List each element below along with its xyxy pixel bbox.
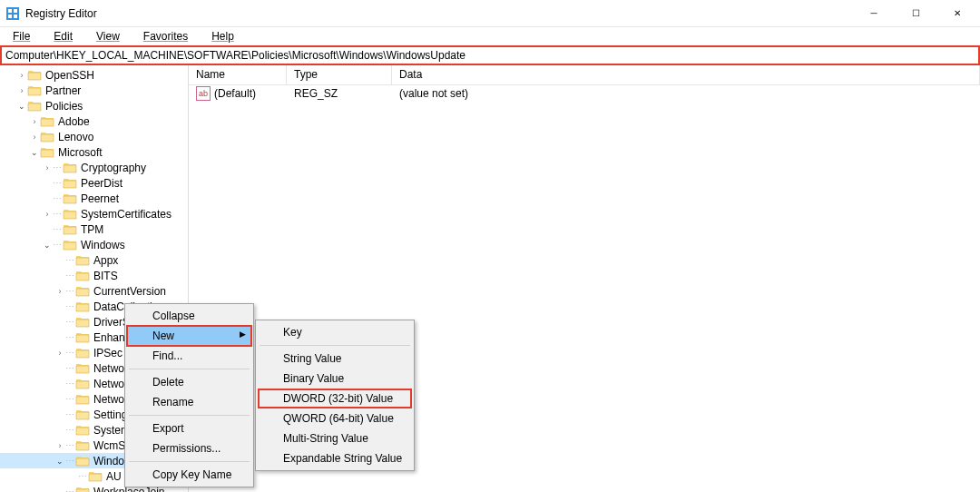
header-data[interactable]: Data bbox=[392, 65, 980, 84]
expand-arrow-icon[interactable]: ⌄ bbox=[42, 241, 53, 250]
tree-item-label: IPSec bbox=[93, 347, 122, 359]
expand-arrow-icon[interactable]: ⌄ bbox=[29, 148, 40, 157]
tree-item-label: BITS bbox=[93, 270, 118, 282]
menu-separator bbox=[129, 415, 250, 416]
folder-icon bbox=[27, 69, 42, 81]
tree-item[interactable]: ⌄Policies bbox=[0, 98, 188, 113]
menu-favorites[interactable]: Favorites bbox=[132, 28, 199, 44]
menu-item[interactable]: New▶ bbox=[127, 326, 251, 346]
value-row[interactable]: ab (Default) REG_SZ (value not set) bbox=[189, 85, 980, 102]
tree-item-label: PeerDist bbox=[81, 177, 122, 190]
tree-item-label: CurrentVersion bbox=[93, 285, 166, 298]
menu-item[interactable]: Expandable String Value bbox=[258, 448, 412, 468]
folder-icon bbox=[75, 285, 90, 297]
folder-icon bbox=[63, 208, 77, 220]
tree-item[interactable]: ›⋯Cryptography bbox=[0, 160, 188, 175]
expand-arrow-icon[interactable]: › bbox=[42, 210, 53, 219]
folder-icon bbox=[75, 393, 90, 405]
tree-item-label: OpenSSH bbox=[45, 69, 94, 82]
folder-icon bbox=[88, 470, 103, 482]
menu-separator bbox=[260, 345, 410, 346]
menu-item[interactable]: Rename bbox=[127, 392, 251, 412]
tree-item-label: TPM bbox=[81, 223, 103, 236]
menu-item[interactable]: Collapse bbox=[127, 306, 251, 326]
folder-icon bbox=[75, 378, 90, 389]
context-submenu-new: KeyString ValueBinary ValueDWORD (32-bit… bbox=[255, 320, 415, 471]
svg-rect-1 bbox=[8, 9, 12, 13]
menu-item[interactable]: Permissions... bbox=[127, 438, 251, 458]
menu-item[interactable]: QWORD (64-bit) Value bbox=[258, 408, 412, 428]
folder-icon bbox=[27, 100, 42, 112]
menu-edit[interactable]: Edit bbox=[43, 28, 83, 44]
svg-rect-3 bbox=[8, 15, 12, 18]
header-name[interactable]: Name bbox=[189, 65, 287, 84]
app-icon bbox=[5, 6, 20, 21]
folder-icon bbox=[40, 131, 54, 143]
string-value-icon: ab bbox=[196, 86, 211, 101]
expand-arrow-icon[interactable]: › bbox=[54, 441, 65, 450]
menu-item[interactable]: Multi-String Value bbox=[258, 428, 412, 448]
expand-arrow-icon[interactable]: › bbox=[42, 163, 53, 172]
tree-item[interactable]: ›OpenSSH bbox=[0, 67, 188, 83]
expand-arrow-icon[interactable]: › bbox=[54, 349, 65, 358]
tree-item[interactable]: ⋯PeerDist bbox=[0, 175, 188, 191]
folder-icon bbox=[75, 254, 90, 266]
folder-icon bbox=[75, 316, 90, 328]
addressbar[interactable]: Computer\HKEY_LOCAL_MACHINE\SOFTWARE\Pol… bbox=[0, 45, 980, 65]
tree-item[interactable]: ⋯BITS bbox=[0, 268, 188, 283]
folder-icon bbox=[75, 486, 90, 492]
folder-icon bbox=[63, 162, 77, 173]
tree-item-label: Adobe bbox=[58, 115, 90, 128]
menu-view[interactable]: View bbox=[85, 28, 131, 44]
values-header: Name Type Data bbox=[189, 65, 980, 85]
expand-arrow-icon[interactable]: › bbox=[16, 71, 27, 80]
menu-item[interactable]: Copy Key Name bbox=[127, 465, 251, 485]
menu-item[interactable]: Key bbox=[258, 322, 412, 342]
menu-item[interactable]: Binary Value bbox=[258, 369, 412, 389]
menu-item[interactable]: DWORD (32-bit) Value bbox=[258, 389, 412, 408]
tree-item[interactable]: ⋯TPM bbox=[0, 221, 188, 237]
expand-arrow-icon[interactable]: › bbox=[54, 287, 65, 296]
folder-icon bbox=[75, 455, 90, 467]
tree-item[interactable]: ›⋯CurrentVersion bbox=[0, 283, 188, 299]
header-type[interactable]: Type bbox=[287, 65, 392, 84]
addressbar-row: Computer\HKEY_LOCAL_MACHINE\SOFTWARE\Pol… bbox=[0, 45, 980, 65]
folder-icon bbox=[75, 270, 90, 281]
folder-icon bbox=[63, 223, 77, 235]
folder-icon bbox=[75, 300, 90, 312]
tree-item-label: Partner bbox=[45, 84, 81, 97]
menu-item[interactable]: Delete bbox=[127, 372, 251, 392]
folder-icon bbox=[75, 424, 90, 436]
maximize-button[interactable]: ☐ bbox=[895, 0, 936, 27]
expand-arrow-icon[interactable]: › bbox=[29, 133, 40, 142]
svg-rect-2 bbox=[14, 9, 17, 13]
expand-arrow-icon[interactable]: › bbox=[16, 86, 27, 95]
tree-item-label: SystemCertificates bbox=[81, 208, 172, 221]
minimize-button[interactable]: ─ bbox=[853, 0, 895, 27]
folder-icon bbox=[63, 177, 77, 189]
menu-item[interactable]: Export bbox=[127, 418, 251, 438]
tree-item-label: AU bbox=[106, 470, 122, 483]
folder-icon bbox=[75, 439, 90, 451]
menu-help[interactable]: Help bbox=[201, 28, 245, 44]
tree-item-label: Lenovo bbox=[58, 131, 93, 143]
expand-arrow-icon[interactable]: ⌄ bbox=[16, 102, 27, 111]
tree-item[interactable]: ⋯Appx bbox=[0, 252, 188, 268]
close-button[interactable]: ✕ bbox=[936, 0, 978, 27]
tree-item[interactable]: ›Adobe bbox=[0, 113, 188, 129]
tree-item[interactable]: ⌄⋯Windows bbox=[0, 237, 188, 252]
menubar: File Edit View Favorites Help bbox=[0, 27, 980, 45]
menu-item[interactable]: String Value bbox=[258, 349, 412, 369]
folder-icon bbox=[75, 347, 90, 359]
tree-item[interactable]: ›Partner bbox=[0, 83, 188, 98]
folder-icon bbox=[27, 84, 42, 96]
menu-item[interactable]: Find... bbox=[127, 346, 251, 366]
tree-item-label: Cryptography bbox=[81, 162, 146, 174]
expand-arrow-icon[interactable]: › bbox=[29, 117, 40, 126]
tree-item[interactable]: ›⋯SystemCertificates bbox=[0, 206, 188, 221]
expand-arrow-icon[interactable]: ⌄ bbox=[54, 457, 65, 466]
menu-file[interactable]: File bbox=[2, 28, 41, 44]
tree-item[interactable]: ⌄Microsoft bbox=[0, 144, 188, 160]
tree-item[interactable]: ›Lenovo bbox=[0, 129, 188, 144]
tree-item[interactable]: ⋯Peernet bbox=[0, 191, 188, 206]
